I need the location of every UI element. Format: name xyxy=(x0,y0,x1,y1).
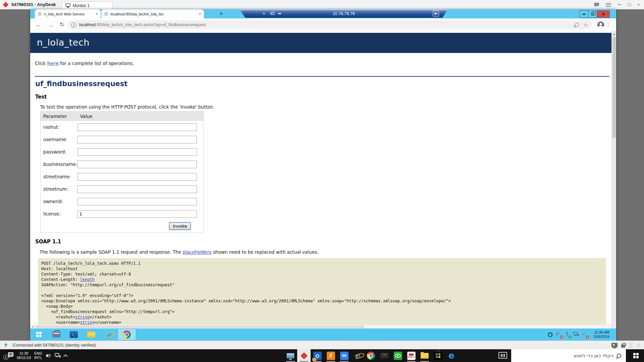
anydesk-monitor-tab[interactable]: Monitor 1 xyxy=(62,1,113,9)
remote-window-controls: × xyxy=(580,10,610,18)
zoom-icon[interactable] xyxy=(575,23,579,27)
overflow-menu-icon[interactable]: ⋮ xyxy=(606,18,611,31)
viewer-app-icon[interactable] xyxy=(391,349,405,362)
reload-icon[interactable]: ↻ xyxy=(60,18,64,31)
muted-badge: ✕ xyxy=(586,336,589,339)
ownerid-field[interactable] xyxy=(77,198,197,205)
chat-icon[interactable] xyxy=(594,2,599,7)
param-label: streetnum: xyxy=(41,183,77,195)
touch-keyboard-icon[interactable] xyxy=(498,352,507,359)
remote-desktop-app-icon[interactable] xyxy=(284,349,297,362)
placeholders-link[interactable]: placeholders xyxy=(182,249,211,255)
streetnum-field[interactable] xyxy=(77,185,197,193)
internet-explorer-app-icon[interactable]: e xyxy=(351,349,364,362)
remote-restore-button[interactable] xyxy=(588,10,597,18)
horizontal-scroll-thumb[interactable] xyxy=(36,325,364,328)
back-icon[interactable]: ← xyxy=(36,18,42,31)
hidden-icons-chevron-icon[interactable] xyxy=(63,354,68,359)
rashut-field[interactable] xyxy=(77,123,197,131)
storage-icon[interactable] xyxy=(637,343,641,347)
profile-icon[interactable] xyxy=(597,21,604,28)
action-center-error-icon[interactable]: ✕ xyxy=(556,332,561,338)
store-app-icon[interactable] xyxy=(431,349,445,362)
rdp-minimize-icon[interactable] xyxy=(278,13,281,14)
username-field[interactable] xyxy=(77,136,197,143)
connection-status-text: Connected with 547960101 (identity verif… xyxy=(13,343,97,348)
param-label: password: xyxy=(41,146,77,158)
new-tab-button[interactable]: + xyxy=(217,10,225,18)
businessname-field[interactable] xyxy=(77,161,197,168)
notification-center-icon[interactable]: 5 xyxy=(3,352,13,359)
ve-app-icon[interactable]: Ve xyxy=(337,349,351,362)
server-manager-icon[interactable] xyxy=(48,328,65,341)
remote-close-button[interactable]: × xyxy=(597,10,610,18)
runner-app-icon[interactable] xyxy=(324,349,337,362)
taskbar-search[interactable] xyxy=(511,349,626,362)
bookmark-star-icon[interactable]: ☆ xyxy=(584,22,588,27)
scroll-left-icon[interactable] xyxy=(32,326,34,328)
tab-close-icon[interactable]: × xyxy=(95,12,98,16)
lock-icon[interactable] xyxy=(621,345,625,348)
file-explorer-app-icon[interactable] xyxy=(418,349,431,362)
chrome-icon-active[interactable] xyxy=(117,328,136,341)
internet-explorer-icon[interactable]: e xyxy=(100,328,117,341)
rdp-close-icon[interactable]: × xyxy=(263,11,265,16)
page-title: n_lola_tech xyxy=(30,33,611,53)
mail-app-icon[interactable] xyxy=(378,349,391,362)
screen-share-icon[interactable] xyxy=(611,343,618,347)
divider xyxy=(35,76,609,77)
vertical-scroll-thumb[interactable] xyxy=(612,37,616,138)
local-system-tray: 5 11:30 06/11/19 ENG INTL xyxy=(3,349,67,362)
here-link[interactable]: here xyxy=(47,61,59,66)
start-button[interactable] xyxy=(628,349,644,362)
browser-tab-active[interactable]: n_lola_tech Web Service × xyxy=(35,9,101,18)
anydesk-minimize-icon[interactable] xyxy=(618,4,621,5)
streetname-field[interactable] xyxy=(77,173,197,181)
windows-logo-icon xyxy=(633,353,639,358)
language-indicator[interactable]: ENG INTL xyxy=(34,351,42,360)
rdp-connection-bar: × 10.76.76.76 xyxy=(240,9,448,18)
anydesk-restore-icon[interactable] xyxy=(628,3,631,6)
globe-favicon-icon xyxy=(38,12,42,16)
local-clock[interactable]: 11:30 06/11/19 xyxy=(17,351,31,360)
outlook-app-icon[interactable]: O xyxy=(311,349,324,362)
search-input[interactable] xyxy=(533,353,613,358)
invoke-button[interactable]: Invoke xyxy=(169,223,191,230)
remote-start-button[interactable] xyxy=(30,328,48,341)
password-field[interactable] xyxy=(77,148,197,156)
chrome-app-icon[interactable] xyxy=(364,349,378,362)
volume-muted-icon[interactable]: ✕ xyxy=(582,332,588,338)
horizontal-scrollbar[interactable] xyxy=(30,324,611,328)
edge-app-icon[interactable]: e xyxy=(445,349,458,362)
network-icon[interactable] xyxy=(55,353,61,358)
scroll-up-icon[interactable] xyxy=(613,33,615,35)
browser-tab-inactive[interactable]: localhost:90/lola_tech/n_lola_tec × xyxy=(101,9,204,18)
network-tray-icon[interactable] xyxy=(573,332,579,338)
rdp-pin-icon[interactable] xyxy=(433,10,439,17)
url-text[interactable]: localhost:90/lola_tech/n_lola_tech.asmx?… xyxy=(79,22,206,27)
monitor-tab-label: Monitor 1 xyxy=(73,3,90,8)
tab-close-icon[interactable]: × xyxy=(199,12,201,16)
hourglass-icon[interactable] xyxy=(629,343,633,348)
file-explorer-icon[interactable] xyxy=(83,328,100,341)
remote-minimize-button[interactable] xyxy=(580,10,588,18)
anydesk-new-session-button[interactable]: + xyxy=(51,0,58,9)
menu-icon[interactable] xyxy=(606,3,611,7)
page-info-icon[interactable]: i xyxy=(71,22,76,27)
license-field[interactable] xyxy=(77,210,197,218)
volume-icon[interactable] xyxy=(46,353,51,358)
vertical-scrollbar[interactable] xyxy=(611,31,616,328)
remote-clock[interactable]: 11:30 AM 11/6/2019 xyxy=(593,330,609,339)
forward-icon[interactable]: → xyxy=(48,18,54,31)
rdp-restore-icon[interactable] xyxy=(270,12,273,15)
address-bar[interactable]: i localhost:90/lola_tech/n_lola_tech.asm… xyxy=(68,20,592,29)
parameter-table: Parameter Value rashut: username: passwo… xyxy=(40,111,204,233)
param-label: ownerid: xyxy=(41,195,77,208)
anydesk-app-icon[interactable] xyxy=(297,349,311,362)
anydesk-window-title: 547960101 - AnyDesk xyxy=(11,0,56,9)
powershell-icon[interactable]: ›_ xyxy=(65,328,83,341)
anydesk-close-icon[interactable]: × xyxy=(637,2,640,7)
smspro-app-icon[interactable]: SMSPro xyxy=(405,349,418,362)
usb-tray-icon[interactable]: ✓ xyxy=(565,332,570,338)
eset-tray-icon[interactable]: e xyxy=(548,332,553,337)
